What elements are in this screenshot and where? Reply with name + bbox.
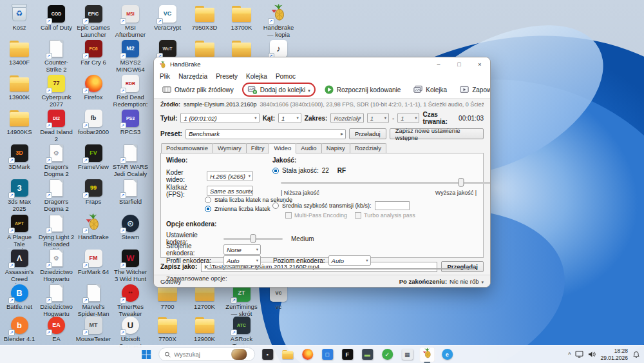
constant-quality-option[interactable]: Stała jakość: 22 RF	[272, 167, 346, 174]
desktop-icon-battle-net[interactable]: BBattle.net	[1, 283, 37, 311]
desktop-icon-kosz[interactable]: ♻Kosz	[1, 4, 37, 32]
video-encoder-select[interactable]: H.265 (x265)	[207, 171, 253, 181]
notification-bell-icon[interactable]	[632, 351, 640, 358]
save-new-preset-button[interactable]: Zapisz nowe ustawienie wstępne	[390, 128, 484, 139]
toolbar-zapowiedź[interactable]: Zapowiedź	[455, 83, 491, 96]
desktop-icon-dragon-s-dogma-2[interactable]: ⚙Dragon's Dogma 2	[39, 143, 75, 177]
reload-preset-button[interactable]: Przeładuj	[349, 128, 386, 139]
encoder-tune-select[interactable]: None	[223, 244, 261, 255]
search-box[interactable]	[158, 348, 255, 361]
desktop-icon-handbrake[interactable]: HandBrake	[75, 213, 111, 241]
tab-napisy[interactable]: Napisy	[321, 143, 350, 153]
desktop-icon-13900k[interactable]: 13900K	[1, 74, 37, 101]
toolbar-dodaj-do-kolejki[interactable]: Dodaj do kolejki	[242, 83, 316, 97]
taskbar-monitor-app[interactable]: ▬	[359, 347, 375, 362]
quality-slider[interactable]	[281, 182, 491, 184]
taskbar-calculator[interactable]: ▦	[399, 347, 415, 362]
desktop-icon-firefox[interactable]: Firefox	[75, 74, 111, 101]
desktop-icon-12900k[interactable]: 12900K	[187, 315, 223, 343]
framerate-select[interactable]: Same as source	[207, 186, 253, 196]
turbo-checkbox[interactable]	[355, 212, 361, 219]
desktop-icon-3ds-max-2025[interactable]: 33ds Max 2025	[1, 178, 37, 212]
desktop-icon-fraps[interactable]: 99Fraps	[75, 178, 111, 206]
desktop-icon-far-cry-6[interactable]: FC6Far Cry 6	[75, 39, 111, 66]
tray-expand-chevron-icon[interactable]: ^	[568, 351, 571, 358]
menu-presety[interactable]: Presety	[216, 73, 238, 80]
minimize-button[interactable]: –	[428, 57, 449, 71]
toolbar-kolejka[interactable]: Kolejka	[409, 83, 451, 96]
desktop-icon-marvel-s-spider-man-mil[interactable]: Marvel's Spider-Man Mil...	[75, 283, 111, 319]
desktop-icon-cyberpunk-2077[interactable]: 77Cyberpunk 2077	[39, 74, 75, 108]
taskbar-f-app[interactable]: F	[339, 347, 355, 362]
desktop-icon-14900ks[interactable]: 14900KS	[1, 108, 37, 136]
vfr-option[interactable]: Zmienna liczba klatek	[205, 206, 270, 212]
encoder-profile-select[interactable]: Auto	[223, 255, 261, 266]
desktop-icon-timerres-tweaker[interactable]: ••TimerRes Tweaker	[113, 283, 149, 317]
when-done-select[interactable]: Nic nie rób	[450, 278, 478, 285]
range-from-select[interactable]: 1	[367, 113, 389, 123]
taskbar-handbrake[interactable]	[419, 347, 435, 362]
search-highlight-image[interactable]	[231, 349, 247, 360]
menu-pomoc[interactable]: Pomoc	[276, 73, 296, 80]
encoder-preset-slider[interactable]	[223, 238, 283, 240]
maximize-button[interactable]: □	[449, 57, 469, 71]
avg-bitrate-radio[interactable]	[272, 202, 279, 209]
close-button[interactable]: ×	[469, 57, 490, 71]
vfr-radio[interactable]	[205, 206, 211, 212]
title-bar[interactable]: HandBrake – □ ×	[154, 57, 490, 71]
desktop-icon-msys2-mingw64[interactable]: M2MSYS2 MINGW64	[113, 39, 149, 73]
toolbar-rozpocznij-kodowanie[interactable]: Rozpocznij kodowanie	[320, 83, 405, 96]
desktop-icon-3dmark[interactable]: 3D3DMark	[1, 143, 37, 171]
desktop-icon-veracrypt[interactable]: VCVeraCrypt	[149, 4, 185, 32]
desktop-icon-blender-4-1[interactable]: bBlender 4.1	[1, 315, 37, 343]
desktop-icon-call-of-duty[interactable]: CODCall of Duty	[39, 4, 75, 32]
desktop-icon-dead-island-2[interactable]: DI2Dead Island 2	[39, 108, 75, 142]
taskbar-firefox[interactable]	[299, 347, 315, 362]
desktop-icon-msi-afterburner[interactable]: MSIMSI Afterburner	[113, 4, 149, 38]
desktop-icon-handbrake-kopia[interactable]: HandBrake — kopia	[261, 4, 297, 38]
preset-select[interactable]: Benchmark	[185, 129, 346, 139]
desktop-icon-the-witcher-3-wild-hunt[interactable]: WThe Witcher 3 Wild Hunt	[113, 248, 149, 282]
start-button[interactable]	[138, 347, 154, 362]
range-type-select[interactable]: Rozdziały	[330, 113, 363, 123]
taskbar-green-app[interactable]: ✓	[379, 347, 395, 362]
tab-wideo[interactable]: Wideo	[269, 143, 296, 153]
desktop-icon-dragon-s-dogma-2[interactable]: Dragon's Dogma 2	[39, 178, 75, 212]
browse-button[interactable]: Przeglądaj	[441, 261, 484, 272]
desktop-icon-foobar2000[interactable]: fbfoobar2000	[75, 108, 111, 136]
taskbar-edge[interactable]: e	[439, 347, 455, 362]
title-select[interactable]: 1 (00:01:02)	[180, 113, 259, 123]
quality-slider-thumb[interactable]	[459, 178, 464, 187]
desktop-icon-counter-strike-2[interactable]: Counter-Strike 2	[39, 39, 75, 73]
abr-input[interactable]	[375, 201, 410, 210]
range-to-select[interactable]: 1	[397, 113, 419, 123]
desktop-icon-7950x3d[interactable]: 7950X3D	[187, 4, 223, 32]
encoder-preset-thumb[interactable]	[251, 234, 256, 243]
tab-filtry[interactable]: Filtry	[246, 143, 270, 153]
desktop-icon-dying-light-2-reloaded-edition[interactable]: Dying Light 2 Reloaded Edition	[39, 213, 75, 249]
menu-narzędzia[interactable]: Narzędzia	[178, 73, 207, 80]
multipass-checkbox[interactable]	[285, 212, 292, 219]
desktop-icon-dziedzictwo-hogwartu[interactable]: ⚙Dziedzictwo Hogwartu	[39, 248, 75, 282]
desktop-icon-mousetester[interactable]: MTMouseTester	[75, 315, 111, 343]
desktop-icon-13700k[interactable]: 13700K	[223, 4, 260, 32]
tab-audio[interactable]: Audio	[296, 143, 321, 153]
desktop-icon-red-dead-redemption-ga[interactable]: RDRRed Dead Redemption: Ga...	[113, 74, 149, 109]
tab-wymiary[interactable]: Wymiary	[213, 143, 247, 153]
desktop-icon-assassin-s-creed-mirage[interactable]: ΛAssassin's Creed Mirage	[1, 248, 37, 284]
encoder-level-select[interactable]: Auto	[328, 255, 371, 266]
clock[interactable]: 18:28 29.01.2026	[600, 348, 628, 360]
desktop-icon-zentimings-skrót[interactable]: ZTZenTimings — skrót	[223, 283, 260, 317]
cfr-radio[interactable]	[205, 197, 211, 203]
tab-rozdziały[interactable]: Rozdziały	[350, 143, 386, 153]
toolbar-otwórz-plik-źródłowy[interactable]: Otwórz plik źródłowy	[158, 83, 238, 96]
desktop-icon-star-wars-jedi-ocalały[interactable]: STAR WARS Jedi Ocalały	[113, 143, 149, 177]
menu-plik[interactable]: Plik	[160, 73, 170, 80]
tab-podsumowanie[interactable]: Podsumowanie	[161, 143, 213, 153]
desktop-icon-13400f[interactable]: 13400F	[1, 39, 37, 66]
taskbar-dark-app[interactable]: ▪	[260, 347, 275, 362]
speaker-icon[interactable]	[588, 351, 596, 358]
desktop-icon-ea[interactable]: EAEA	[39, 315, 75, 343]
constant-quality-radio[interactable]	[272, 168, 279, 174]
search-input[interactable]	[174, 351, 228, 358]
